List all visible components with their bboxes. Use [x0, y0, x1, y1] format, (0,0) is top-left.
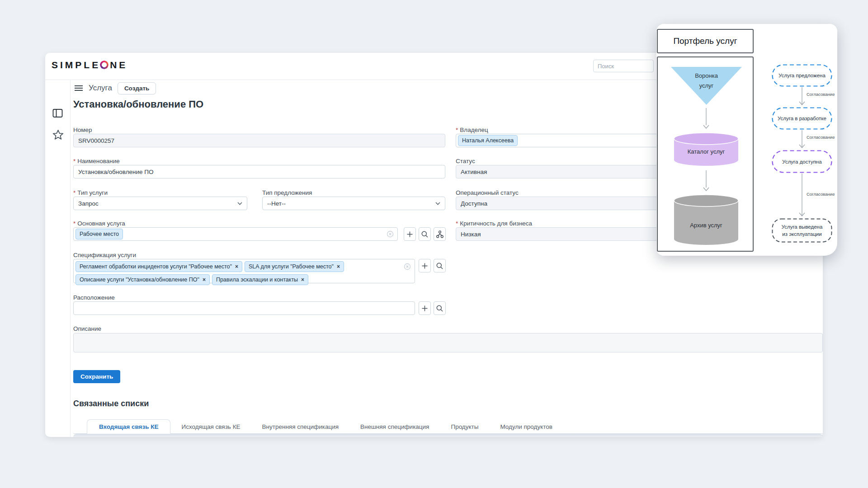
description-field[interactable]: [73, 333, 823, 352]
status-label: Статус: [456, 158, 475, 164]
page-title: Установка/обновление ПО: [73, 99, 203, 110]
state-flow-arrows: [772, 64, 835, 245]
service-type-label-text: Тип услуги: [77, 189, 108, 196]
specification-chip-text: Описание услуги "Установка/обновление ПО…: [80, 277, 199, 283]
tab-products[interactable]: Продукты: [440, 423, 489, 430]
search-icon: [436, 305, 443, 312]
specification-search-button[interactable]: [434, 259, 446, 272]
main-service-field[interactable]: Рабочее место: [73, 227, 398, 241]
panel-icon: [52, 108, 63, 118]
specification-label: Спецификация услуги: [73, 252, 136, 258]
chip-remove-icon[interactable]: ×: [235, 263, 238, 270]
owner-chip: Наталья Алексеева: [458, 135, 518, 146]
location-add-button[interactable]: [419, 301, 431, 315]
related-lists-heading: Связанные списки: [73, 399, 149, 408]
main-service-add-button[interactable]: [404, 227, 416, 241]
transition-label-approval: Согласование: [807, 92, 835, 97]
diagram-main-box: Воронкауслуг Каталог услуг Арх: [657, 56, 754, 252]
number-label: Номер: [73, 127, 92, 133]
required-mark: *: [73, 220, 75, 227]
chip-remove-icon[interactable]: ×: [337, 263, 340, 270]
description-label: Описание: [73, 325, 101, 332]
hierarchy-icon: [436, 230, 443, 238]
specification-add-button[interactable]: [419, 259, 431, 272]
main-service-search-button[interactable]: [419, 227, 431, 241]
service-type-select[interactable]: Запрос: [73, 197, 247, 210]
location-label: Расположение: [73, 294, 115, 301]
app-background: SIMPLENE Услуга: [0, 0, 868, 488]
required-mark: *: [456, 127, 458, 133]
required-mark: *: [456, 220, 458, 227]
transition-label-approval: Согласование: [807, 192, 835, 197]
main-service-chip-text: Рабочее место: [80, 231, 119, 237]
save-button[interactable]: Сохранить: [73, 370, 120, 383]
brand-logo-o-icon: [100, 61, 108, 69]
required-mark: *: [73, 189, 75, 196]
brand-logo: SIMPLENE: [52, 60, 127, 70]
brand-logo-text-right: NE: [110, 60, 127, 70]
offering-type-value: --Нет--: [267, 200, 286, 207]
owner-label: *Владелец: [456, 127, 488, 133]
plus-icon: [422, 305, 428, 311]
brand-logo-text-left: SIMPLE: [52, 60, 100, 70]
specification-field[interactable]: Регламент обработки инцидентов услуги "Р…: [73, 259, 415, 283]
service-catalog-cylinder: Каталог услуг: [672, 132, 740, 169]
chevron-down-icon: [435, 202, 440, 205]
specification-chip-text: SLA для услуги "Рабочее место": [249, 263, 334, 270]
number-field[interactable]: [73, 134, 445, 147]
tab-internal-specification[interactable]: Внутренняя спецификация: [251, 423, 349, 430]
owner-chip-text: Наталья Алексеева: [462, 137, 514, 144]
related-list-tabs: Входящая связь КЕ Исходящая связь КЕ Вну…: [87, 419, 563, 434]
record-toolbar: Услуга Создать: [74, 81, 156, 95]
service-archive-cylinder: Архив услуг: [672, 194, 740, 248]
plus-icon: [422, 263, 428, 269]
location-search-button[interactable]: [434, 301, 446, 315]
search-input[interactable]: [593, 60, 654, 72]
tab-incoming-ci-links[interactable]: Входящая связь КЕ: [87, 419, 170, 434]
module-title: Услуга: [89, 84, 112, 93]
name-label-text: Наименование: [77, 158, 120, 164]
service-archive-label: Архив услуг: [672, 222, 740, 229]
tab-product-modules[interactable]: Модули продуктов: [489, 423, 563, 430]
service-catalog-label: Каталог услуг: [672, 148, 740, 155]
chevron-down-icon: [237, 202, 242, 205]
plus-icon: [407, 231, 413, 237]
service-type-value: Запрос: [78, 200, 99, 207]
main-service-label: *Основная услуга: [73, 220, 125, 227]
tab-outgoing-ci-links[interactable]: Исходящая связь КЕ: [170, 423, 251, 430]
clear-field-icon[interactable]: [387, 230, 394, 238]
sidebar-toggle-button[interactable]: [52, 107, 64, 120]
specification-chip-text: Правила эскалации и контакты: [216, 277, 298, 283]
service-type-label: *Тип услуги: [73, 189, 108, 196]
main-service-hierarchy-button[interactable]: [434, 227, 446, 241]
owner-label-text: Владелец: [460, 127, 488, 133]
sidebar: [45, 80, 71, 437]
specification-chip: Описание услуги "Установка/обновление ПО…: [75, 274, 210, 285]
specification-chip-text: Регламент обработки инцидентов услуги "Р…: [80, 263, 232, 270]
related-list-header-strip: [73, 434, 823, 437]
required-mark: *: [73, 158, 75, 164]
diagram-title-box: Портфель услуг: [657, 29, 754, 53]
chip-remove-icon[interactable]: ×: [203, 277, 206, 283]
tab-external-specification[interactable]: Внешняя спецификация: [349, 423, 440, 430]
operational-status-label: Операционный статус: [456, 189, 519, 196]
offering-type-select[interactable]: --Нет--: [262, 197, 445, 210]
hamburger-menu-icon[interactable]: [74, 85, 83, 91]
favorite-button[interactable]: [52, 128, 64, 141]
name-field[interactable]: [73, 165, 445, 178]
star-icon: [52, 129, 64, 140]
specification-chip: Правила эскалации и контакты×: [212, 274, 308, 285]
transition-label-approval: Согласование: [807, 135, 835, 140]
location-field[interactable]: [73, 301, 415, 315]
name-label: *Наименование: [73, 158, 120, 164]
specification-chip: Регламент обработки инцидентов услуги "Р…: [75, 261, 242, 272]
search-icon: [436, 263, 443, 269]
create-button[interactable]: Создать: [118, 82, 156, 94]
main-service-label-text: Основная услуга: [77, 220, 125, 227]
business-criticality-label-text: Критичность для бизнеса: [460, 220, 532, 227]
specification-chip: SLA для услуги "Рабочее место"×: [245, 261, 344, 272]
chip-remove-icon[interactable]: ×: [301, 277, 304, 283]
clear-field-icon[interactable]: [404, 263, 411, 270]
offering-type-label: Тип предложения: [262, 189, 312, 196]
business-criticality-label: *Критичность для бизнеса: [456, 220, 532, 227]
